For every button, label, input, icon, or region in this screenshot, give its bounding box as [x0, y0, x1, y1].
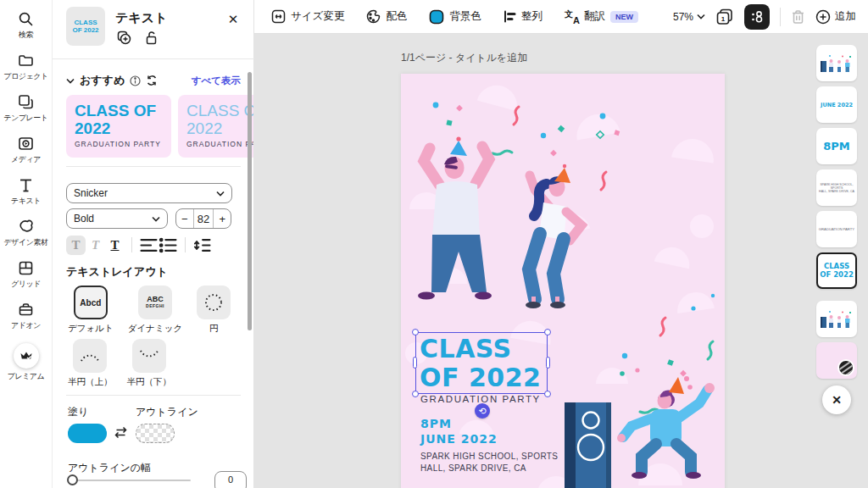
- page-indicator[interactable]: 1/1ページ - タイトルを追加: [401, 51, 527, 65]
- poster-address[interactable]: SPARK HIGH SCHOOL, SPORTS HALL, SPARK DR…: [420, 451, 558, 474]
- thumb-address-text[interactable]: SPARK HIGH SCHOOL, SPORTS HALL, SPARK DR…: [816, 169, 857, 206]
- align-left-button[interactable]: [139, 236, 159, 255]
- font-size-value[interactable]: 82: [194, 209, 214, 228]
- duplicate-icon[interactable]: [117, 30, 131, 45]
- bold-button[interactable]: T: [66, 236, 86, 255]
- chevron-down-icon[interactable]: [66, 78, 75, 84]
- zoom-control[interactable]: 57%: [673, 11, 705, 23]
- close-pages-panel-button[interactable]: ✕: [822, 385, 851, 414]
- layout-option-circle[interactable]: 円: [197, 286, 231, 335]
- translate-button[interactable]: 文 A 翻訳 NEW: [565, 9, 638, 24]
- refresh-icon[interactable]: [146, 75, 158, 86]
- underline-button[interactable]: T: [105, 236, 125, 255]
- resize-button[interactable]: サイズ変更: [271, 9, 344, 24]
- recommended-label: おすすめ: [80, 73, 125, 88]
- outline-width-slider[interactable]: [68, 480, 191, 481]
- template-card-bold[interactable]: CLASS OF 2022 GRADUATION PARTY: [66, 95, 171, 158]
- color-scheme-button[interactable]: 配色: [366, 9, 407, 24]
- fill-color-swatch[interactable]: [68, 424, 107, 443]
- layout-option-default[interactable]: Abcd デフォルト: [68, 286, 114, 335]
- background-layers-badge: [837, 359, 854, 376]
- text-layout-row-1: Abcd デフォルト ABCDEFGHI ダイナミック 円: [68, 286, 231, 335]
- panel-header: CLASS OF 2022 テキスト ✕: [53, 0, 254, 59]
- plus-circle-icon: [815, 9, 831, 25]
- thumb-headline-text-selected[interactable]: CLASS OF 2022: [816, 252, 857, 289]
- templates-icon: [18, 94, 34, 110]
- layout-option-arc-up[interactable]: 半円（上）: [68, 339, 113, 388]
- italic-button[interactable]: T: [86, 236, 105, 255]
- recommended-row: おすすめ すべて表示: [66, 73, 241, 88]
- premium-crown-icon: [14, 343, 39, 369]
- font-size-decrease-button[interactable]: −: [176, 209, 194, 228]
- resize-handle-mid-right[interactable]: [546, 357, 550, 369]
- timeline-button[interactable]: [744, 4, 770, 30]
- sidebar-item-projects[interactable]: プロジェクト: [0, 47, 53, 88]
- list-button[interactable]: [159, 236, 178, 255]
- app-window: 検索 プロジェクト テンプレート メディア テキスト デザイン素材 グリッド: [0, 0, 868, 488]
- font-size-increase-button[interactable]: +: [213, 209, 231, 228]
- align-button[interactable]: 整列: [504, 9, 542, 24]
- arc-up-glyph: [79, 349, 101, 363]
- resize-handle-top-right[interactable]: [544, 329, 551, 336]
- panel-title: テキスト: [115, 10, 167, 26]
- poster-page[interactable]: CLASS OF 2022 GRADUATION PARTY 8PM JUNE …: [401, 74, 725, 488]
- resize-handle-bottom-right[interactable]: [544, 391, 551, 397]
- resize-handle-top-left[interactable]: [412, 329, 419, 336]
- woman-character[interactable]: [526, 164, 581, 308]
- sidebar-item-design-assets[interactable]: デザイン素材: [0, 213, 53, 254]
- resize-handle-bottom-left[interactable]: [412, 391, 419, 397]
- layout-option-arc-down[interactable]: 半円（下）: [127, 339, 172, 388]
- rotate-handle[interactable]: ⟲: [475, 403, 490, 419]
- info-icon[interactable]: [130, 75, 141, 86]
- zoom-value: 57%: [673, 11, 693, 23]
- text-layout-row-2: 半円（上） 半円（下）: [68, 339, 171, 388]
- show-all-link[interactable]: すべて表示: [192, 75, 241, 87]
- font-family-select[interactable]: Snicker: [66, 183, 232, 203]
- outline-color-swatch[interactable]: [136, 424, 175, 443]
- design-assets-icon: [18, 219, 34, 235]
- thumb-subtitle-text[interactable]: GRADUATION PARTY: [816, 211, 857, 247]
- sidebar-item-grid[interactable]: グリッド: [0, 254, 53, 296]
- font-weight-select[interactable]: Bold: [66, 208, 168, 229]
- pages-icon[interactable]: 1: [715, 8, 734, 26]
- thumb-time-text[interactable]: 8PM: [816, 128, 857, 164]
- line-spacing-button[interactable]: [192, 236, 212, 255]
- dancer-character[interactable]: [617, 376, 715, 479]
- addons-icon: [18, 302, 34, 318]
- poster-time[interactable]: 8PM: [420, 417, 452, 430]
- resize-handle-mid-left[interactable]: [413, 357, 417, 369]
- template-cards: CLASS OF 2022 GRADUATION PARTY CLASS O 2…: [66, 95, 253, 158]
- trash-icon[interactable]: [791, 9, 805, 25]
- swap-fill-outline-icon[interactable]: [114, 426, 128, 439]
- sidebar-item-text[interactable]: テキスト: [0, 171, 53, 213]
- thumb-illustration[interactable]: [816, 45, 857, 81]
- add-button[interactable]: 追加: [815, 9, 856, 25]
- top-toolbar: サイズ変更 配色 背景色 整列 文 A 翻訳 NEW: [254, 0, 868, 34]
- slider-knob[interactable]: [67, 474, 78, 485]
- panel-scrollbar[interactable]: [248, 72, 252, 330]
- design-canvas-area: 1/1ページ - タイトルを追加: [254, 34, 868, 488]
- layout-option-dynamic[interactable]: ABCDEFGHI ダイナミック: [128, 286, 182, 335]
- text-layout-heading: テキストレイアウト: [66, 264, 168, 280]
- search-icon: [18, 11, 34, 27]
- unlock-icon[interactable]: [145, 30, 158, 45]
- thumb-illustration-2[interactable]: [816, 301, 857, 337]
- outline-width-value[interactable]: 0: [214, 471, 247, 488]
- selection-box[interactable]: [415, 332, 548, 394]
- template-card-thin[interactable]: CLASS O 2022 GRADUATION PARTY: [178, 95, 253, 158]
- left-nav-rail: 検索 プロジェクト テンプレート メディア テキスト デザイン素材 グリッド: [0, 0, 53, 488]
- sidebar-item-templates[interactable]: テンプレート: [0, 88, 53, 130]
- sidebar-item-search[interactable]: 検索: [0, 5, 53, 47]
- poster-date[interactable]: JUNE 2022: [420, 432, 498, 446]
- background-color-button[interactable]: 背景色: [429, 9, 481, 25]
- outline-width-row: 0: [68, 480, 241, 481]
- chevron-down-icon: [697, 14, 705, 19]
- sidebar-item-media[interactable]: メディア: [0, 130, 53, 171]
- speaker-illustration[interactable]: [565, 402, 611, 488]
- close-panel-icon[interactable]: ✕: [224, 10, 242, 29]
- thumb-background[interactable]: [816, 342, 857, 379]
- grid-icon: [18, 260, 34, 276]
- sidebar-item-premium[interactable]: プレミアム: [0, 337, 53, 388]
- sidebar-item-addons[interactable]: アドオン: [0, 296, 53, 337]
- thumb-date-text[interactable]: JUNE 2022: [816, 86, 857, 123]
